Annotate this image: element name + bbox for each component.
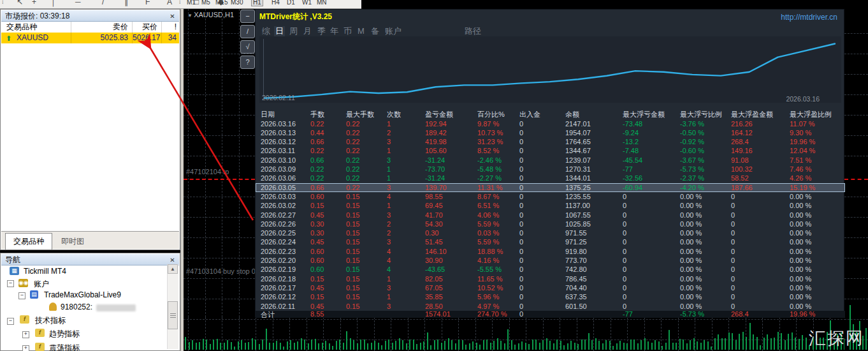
stats-tab-9[interactable]: 账户 <box>384 26 403 36</box>
stats-row-2026.02.11[interactable]: 2026.02.110.450.15328.504.97 %0601.5000.… <box>256 302 845 311</box>
stats-row-2026.02.20[interactable]: 2026.02.200.600.15430.904.16 %0773.7000.… <box>256 256 845 265</box>
stats-tab-4[interactable]: 季 <box>316 26 327 36</box>
stats-row-2026.02.24[interactable]: 2026.02.240.450.15351.455.59 %0971.2500.… <box>256 237 845 246</box>
timeframe-d1[interactable]: D1 <box>287 0 295 6</box>
cell: 0 <box>519 220 523 228</box>
stats-tab-1[interactable]: 日 <box>274 26 285 36</box>
stats-row-2026.02.17[interactable]: 2026.02.170.450.15367.0510.52 %0704.4000… <box>256 283 845 292</box>
stats-row-2026.02.26[interactable]: 2026.02.260.300.15254.305.59 %01025.8500… <box>256 220 845 228</box>
stats-row-2026.03.05[interactable]: 2026.03.050.660.223139.7011.31 %01375.25… <box>256 183 845 192</box>
volume-bar <box>315 339 316 350</box>
column-spread[interactable]: ! <box>162 22 180 33</box>
timeframe-w1[interactable]: W1 <box>302 0 312 6</box>
market-watch-titlebar[interactable]: 市场报价: 03:39:18 ✕ <box>1 10 179 22</box>
vline-icon[interactable]: │ <box>51 0 56 6</box>
column-symbol[interactable]: 交易品种 <box>1 22 71 33</box>
cell: 0.30 <box>310 229 324 237</box>
stats-tab-5[interactable]: 年 <box>329 26 340 36</box>
navigator-titlebar[interactable]: 导航 ✕ <box>1 254 179 265</box>
timeframe-h4[interactable]: H4 <box>271 0 280 6</box>
stats-tab-3[interactable]: 月 <box>302 26 313 36</box>
tree-item-indicators[interactable]: 技术指标 <box>35 315 66 326</box>
close-icon[interactable]: ✕ <box>168 256 177 264</box>
cell: 11.07 % <box>790 120 815 128</box>
quote-row-xauusd[interactable]: ⬆ XAUUSD 5025.83 5026.17 34 <box>1 33 179 43</box>
stats-row-2026.03.12[interactable]: 2026.03.120.660.223419.9831.23 %01764.65… <box>256 137 845 146</box>
tree-item-trend-indicators[interactable]: 趋势指标 <box>49 329 80 340</box>
stats-row-2026.02.25[interactable]: 2026.02.250.300.1520.300.03 %0971.5500.0… <box>256 228 845 237</box>
stats-path-button[interactable]: 路径 <box>465 26 481 36</box>
stats-row-2026.02.12[interactable]: 2026.02.120.150.15135.855.96 %0637.3500.… <box>256 292 845 301</box>
gridline <box>509 317 510 351</box>
channel-icon[interactable]: ∥ <box>124 0 128 6</box>
timeframe-m30[interactable]: M30 <box>231 0 243 6</box>
cell: 0.15 <box>310 293 324 301</box>
tree-item-accounts[interactable]: 账户 <box>34 279 49 290</box>
stats-tab-2[interactable]: 周 <box>288 26 299 36</box>
cursor-icon[interactable]: ↖ <box>17 0 23 6</box>
timeframe-m15[interactable]: M15 <box>215 0 228 6</box>
trendline-icon[interactable]: / <box>240 25 255 38</box>
column-bid[interactable]: 卖价 <box>71 22 133 33</box>
cell: 1375.25 <box>565 184 591 191</box>
timeframe-h1[interactable]: H1 <box>251 0 263 6</box>
volume-bar <box>490 343 491 350</box>
cell: 1 <box>387 174 391 182</box>
stats-row-2026.02.18[interactable]: 2026.02.180.150.15182.0511.65 %0786.4500… <box>256 274 845 283</box>
stats-row-2026.02.27[interactable]: 2026.02.270.450.15341.704.06 %01067.5500… <box>256 211 845 220</box>
tab-tick-chart[interactable]: 即时图 <box>55 235 90 248</box>
volume-bar <box>595 338 597 350</box>
stats-row-2026.03.10[interactable]: 2026.03.100.660.223-31.24-2.46 %01239.07… <box>256 156 845 165</box>
minimize-icon[interactable]: − <box>240 10 255 23</box>
column-ask[interactable]: 买价 <box>133 22 162 33</box>
fibonacci-icon[interactable]: F <box>145 0 150 6</box>
timeframe-mn[interactable]: MN <box>317 0 327 6</box>
collapse-icon[interactable]: − <box>7 280 14 287</box>
stats-tab-7[interactable]: M <box>356 26 366 36</box>
volume-bar <box>535 340 537 350</box>
stats-row-2026.03.02[interactable]: 2026.03.020.150.15169.456.51 %01137.0000… <box>256 201 845 210</box>
expand-icon[interactable]: + <box>22 331 29 338</box>
tree-item-broker[interactable]: Tickmill MT4 <box>24 267 66 276</box>
stats-tab-8[interactable]: 备 <box>370 26 380 36</box>
check-icon[interactable]: √ <box>240 40 255 54</box>
volume-bar <box>497 338 498 350</box>
stats-row-2026.03.03[interactable]: 2026.03.030.600.15498.558.67 %01235.5500… <box>256 192 845 201</box>
stats-tab-0[interactable]: 综 <box>261 26 271 36</box>
stats-tab-6[interactable]: 币 <box>342 26 353 36</box>
cell: 2026.02.26 <box>261 220 296 228</box>
tree-item-account-number[interactable]: 9180252: <box>61 302 92 311</box>
text-icon[interactable]: A <box>167 0 172 6</box>
cell: 28.50 <box>425 302 443 310</box>
stats-row-2026.03.09[interactable]: 2026.03.090.220.221-73.70-5.48 %01270.31… <box>256 165 845 174</box>
collapse-icon[interactable]: − <box>7 318 14 325</box>
cell: 67.05 <box>425 284 443 292</box>
stats-row-2026.02.19[interactable]: 2026.02.190.600.154-43.65-5.55 %0742.800… <box>256 265 845 274</box>
volume-bar <box>367 343 368 350</box>
hline-icon[interactable]: ─ <box>75 0 81 6</box>
timeframe-m5[interactable]: M5 <box>201 0 210 6</box>
stats-row-2026.02.23[interactable]: 2026.02.230.600.154146.1018.88 %0919.800… <box>256 247 845 256</box>
close-icon[interactable]: ✕ <box>168 12 177 20</box>
chart-symbol-label[interactable]: ▼ XAUUSD,H1 <box>187 11 234 19</box>
volume-bar <box>637 343 639 350</box>
cell: 0.15 <box>346 202 359 209</box>
stats-url-link[interactable]: http://mtdriver.cn <box>781 13 837 22</box>
stats-row-2026.03.13[interactable]: 2026.03.130.440.222189.4210.73 %01954.07… <box>256 128 845 137</box>
collapse-icon[interactable]: − <box>18 292 25 299</box>
stats-row-2026.03.16[interactable]: 2026.03.160.220.221192.949.87 %02147.01-… <box>256 119 845 128</box>
tab-symbols[interactable]: 交易品种 <box>5 233 52 250</box>
expand-icon[interactable]: + <box>22 345 29 351</box>
help-icon[interactable]: ? <box>240 56 255 69</box>
tree-item-server[interactable]: TradeMaxGlobal-Live9 <box>44 290 121 299</box>
crosshair-icon[interactable]: + <box>32 0 36 6</box>
stats-row-2026.03.06[interactable]: 2026.03.060.220.221-31.24-2.27 %01344.01… <box>256 174 845 183</box>
tree-item-oscillator-indicators[interactable]: 震荡指标 <box>49 343 80 351</box>
cell: 187.66 <box>731 184 753 191</box>
scrollbar-thumb[interactable] <box>168 301 178 329</box>
timeframe-m1[interactable]: M1 <box>187 0 196 6</box>
navigator-scrollbar[interactable]: ▲ <box>167 264 178 349</box>
trendline-icon[interactable]: / <box>102 0 104 6</box>
scroll-up-icon[interactable]: ▲ <box>168 264 178 274</box>
stats-row-2026.03.11[interactable]: 2026.03.110.220.221105.608.52 %01344.67-… <box>256 146 845 155</box>
